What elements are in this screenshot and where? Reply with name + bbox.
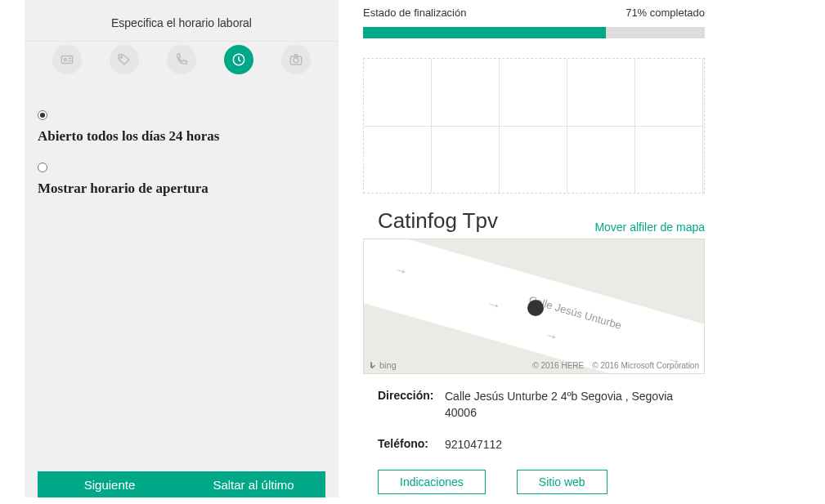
step-tag[interactable] [110,45,139,74]
option-show-hours-label: Mostrar horario de apertura [38,181,325,197]
step-clock[interactable] [224,45,253,74]
skip-button[interactable]: Saltar al último [182,471,325,497]
map-provider-logo: bing [369,360,397,370]
progress-bar [363,27,705,38]
move-map-pin-link[interactable]: Mover alfiler de mapa [594,221,705,234]
step-camera[interactable] [281,45,311,74]
directions-button[interactable]: Indicaciones [378,470,486,494]
completion-status: Estado de finalización 71% completado [363,7,705,19]
address-value: Calle Jesús Unturbe 2 4ºb Segovia , Sego… [445,389,702,421]
preview-panel: Estado de finalización 71% completado Ca… [363,0,705,497]
map-preview[interactable]: → → Calle Jesús Unturbe → → bing © 2016 … [363,239,705,374]
map-pin[interactable] [527,300,544,316]
progress-fill [363,27,606,38]
phone-icon [174,52,189,67]
business-details: Dirección: Calle Jesús Unturbe 2 4ºb Seg… [363,374,705,453]
wizard-panel: Especifica el horario laboral Abierto to… [25,0,339,497]
website-button[interactable]: Sitio web [517,470,608,494]
step-phone[interactable] [167,45,196,74]
step-id-card[interactable] [52,45,82,74]
status-value: 71% completado [625,7,705,19]
id-card-icon [60,52,74,67]
radio-open-always[interactable] [38,110,47,120]
option-open-always-label: Abierto todos los días 24 horas [38,128,325,145]
phone-value: 921047112 [445,437,702,453]
wizard-title: Especifica el horario laboral [25,0,339,42]
svg-point-1 [64,59,66,61]
business-name: Catinfog Tpv [363,208,498,234]
svg-point-2 [120,56,122,58]
wizard-steps [25,42,339,86]
option-open-always[interactable]: Abierto todos los días 24 horas [38,109,325,145]
radio-show-hours[interactable] [38,163,47,172]
phone-label: Teléfono: [378,437,445,453]
hours-options: Abierto todos los días 24 horas Mostrar … [25,86,339,471]
next-button[interactable]: Siguiente [38,471,182,497]
image-placeholder-grid [363,58,705,194]
tag-icon [117,52,132,67]
map-attribution: © 2016 HERE © 2016 Microsoft Corporation [532,361,699,370]
option-show-hours[interactable]: Mostrar horario de apertura [38,161,325,197]
address-label: Dirección: [378,389,445,421]
svg-point-5 [294,58,298,63]
bing-icon [369,361,377,369]
status-label: Estado de finalización [363,7,466,19]
wizard-footer: Siguiente Saltar al último [38,471,325,497]
camera-icon [289,52,303,67]
clock-icon [231,52,246,67]
